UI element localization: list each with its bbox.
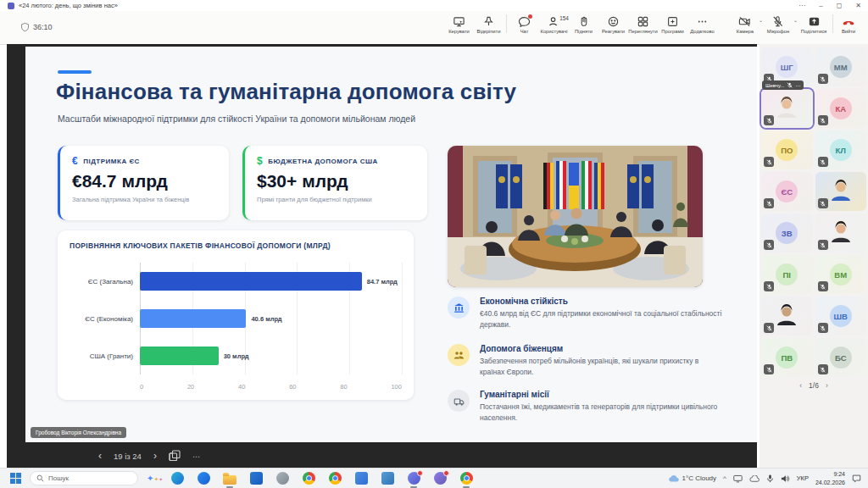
- participant-tile[interactable]: ММ: [815, 47, 867, 86]
- more-options-button[interactable]: Додатково: [687, 14, 717, 34]
- stat-card-value: $30+ млрд: [257, 171, 415, 191]
- slide-grid-button[interactable]: [169, 450, 181, 462]
- display-icon[interactable]: [733, 474, 743, 483]
- pager-next-button[interactable]: ›: [826, 381, 828, 390]
- weather-widget[interactable]: 1°C Cloudy: [668, 474, 716, 482]
- tray-mic-icon[interactable]: [766, 474, 774, 483]
- close-button[interactable]: ✕: [855, 0, 861, 11]
- maximize-button[interactable]: ◻: [837, 0, 843, 11]
- participant-name-overlay[interactable]: Шевчу...⋯: [762, 80, 804, 90]
- participant-initials: ШВ: [830, 305, 852, 327]
- share-button[interactable]: Поділитися: [798, 14, 830, 34]
- slide-page-indicator: 19 із 24: [114, 452, 142, 461]
- prev-slide-button[interactable]: ‹: [98, 450, 102, 462]
- participant-tile[interactable]: [761, 89, 813, 128]
- participant-avatar: [829, 219, 853, 247]
- leave-button[interactable]: Вийти: [836, 14, 861, 34]
- participant-avatar: [829, 178, 853, 205]
- taskbar-app-chrome-icon[interactable]: [301, 469, 316, 488]
- muted-mic-icon: [764, 157, 774, 167]
- euro-icon: €: [72, 155, 78, 167]
- participant-tile[interactable]: ШВ: [815, 297, 867, 336]
- titlebar-more-button[interactable]: ⋯: [798, 0, 805, 11]
- unpin-button[interactable]: Відкріпити: [474, 14, 504, 34]
- raise-hand-button[interactable]: Підняти: [569, 14, 598, 34]
- muted-mic-icon: [818, 364, 828, 374]
- chart-bar-value: 40.6 млрд: [251, 315, 281, 323]
- onedrive-icon[interactable]: [749, 475, 760, 482]
- participants-button[interactable]: 154 Користувачі: [539, 14, 569, 34]
- bank-icon: [448, 297, 470, 319]
- participant-tile[interactable]: ПІ: [761, 255, 813, 294]
- bullet-text: Забезпечення потреб мільйонів українців,…: [480, 356, 724, 378]
- participant-avatar: [775, 302, 798, 330]
- apps-button[interactable]: Програми: [658, 14, 687, 34]
- system-tray: 1°C Cloudy ^ УКР 9:24 24.02.2026: [668, 470, 861, 485]
- taskbar-app-messenger-icon[interactable]: [196, 469, 211, 488]
- taskbar-search[interactable]: Пошук: [30, 471, 138, 485]
- notification-badge: [417, 470, 423, 476]
- taskbar-app-edge-icon[interactable]: [170, 469, 185, 488]
- camera-off-icon: [738, 15, 751, 28]
- taskbar-app-obs-icon[interactable]: [275, 469, 290, 488]
- participant-tile[interactable]: КЛ: [815, 130, 867, 169]
- presentation-slide: Фінансова та гуманітарна допомога світу …: [25, 47, 757, 442]
- react-icon: [607, 15, 620, 28]
- taskbar-app-chrome-meeting-icon[interactable]: [459, 469, 474, 488]
- taskbar-app-calculator-icon[interactable]: [353, 469, 369, 488]
- mic-button[interactable]: Мікрофон: [763, 14, 793, 34]
- running-app-indicator: [410, 486, 417, 488]
- participant-tile[interactable]: КА: [815, 89, 867, 128]
- toolbar-separator: [832, 14, 833, 33]
- participant-tile[interactable]: ПО: [761, 130, 813, 169]
- taskbar-app-file-explorer-icon[interactable]: [222, 469, 237, 488]
- bullet-item: Економічна стійкість €40.6 млрд від ЄС д…: [448, 297, 727, 330]
- muted-mic-icon: [818, 74, 828, 84]
- next-slide-button[interactable]: ›: [153, 450, 157, 462]
- taskbar-app-teams-icon[interactable]: [406, 469, 421, 488]
- participant-tile[interactable]: ВМ: [815, 255, 867, 294]
- language-indicator[interactable]: УКР: [797, 474, 809, 482]
- dollar-icon: $: [257, 155, 263, 167]
- apps-plus-icon: [666, 15, 679, 28]
- tray-chevron-up[interactable]: ^: [723, 474, 726, 482]
- more-dots-icon: [696, 15, 709, 28]
- notification-center-icon[interactable]: [852, 474, 861, 483]
- taskbar-clock[interactable]: 9:24 24.02.2026: [815, 470, 845, 485]
- view-button[interactable]: Переглянути: [628, 14, 658, 34]
- manage-button[interactable]: Керувати: [444, 14, 474, 34]
- participant-tile[interactable]: [761, 297, 813, 336]
- camera-button[interactable]: Камера: [732, 14, 759, 34]
- participant-initials: ЗВ: [776, 222, 798, 244]
- participant-initials: ВМ: [830, 263, 852, 286]
- running-app-indicator: [226, 486, 233, 488]
- participant-tile[interactable]: ЗВ: [761, 214, 813, 252]
- slide-more-button[interactable]: ⋯: [192, 452, 201, 461]
- muted-mic-icon: [764, 364, 774, 374]
- title-accent-line: [58, 70, 92, 74]
- chart-bar: [140, 347, 219, 365]
- pager-prev-button[interactable]: ‹: [799, 381, 802, 390]
- participant-initials: ПВ: [776, 347, 798, 369]
- react-button[interactable]: Реагувати: [598, 14, 628, 34]
- participant-tile[interactable]: БС: [815, 338, 867, 377]
- taskbar-app-viber-icon[interactable]: [432, 469, 448, 488]
- overlay-more-icon: ⋯: [795, 82, 800, 88]
- chart-title: ПОРІВНЯННЯ КЛЮЧОВИХ ПАКЕТІВ ФІНАНСОВОЇ Д…: [70, 241, 331, 250]
- start-button[interactable]: [10, 473, 21, 484]
- minimize-button[interactable]: –: [819, 0, 822, 11]
- volume-icon[interactable]: [781, 474, 790, 483]
- stat-card-label: БЮДЖЕТНА ДОПОМОГА США: [268, 158, 378, 165]
- participant-tile[interactable]: ПВ: [761, 338, 813, 377]
- participant-tile[interactable]: ЄС: [761, 172, 813, 211]
- chat-button[interactable]: Чат: [509, 14, 539, 34]
- participant-tile[interactable]: [815, 214, 867, 252]
- participants-icon: [548, 15, 560, 28]
- copilot-icon[interactable]: ✦✦✦: [147, 474, 163, 483]
- participant-tile[interactable]: ШГШевчу...⋯: [761, 47, 813, 86]
- taskbar-app-chrome-profile-2-icon[interactable]: [327, 469, 342, 488]
- chart-bar: [140, 309, 246, 328]
- taskbar-app-calendar-icon[interactable]: [380, 469, 395, 488]
- participant-tile[interactable]: [815, 172, 867, 211]
- taskbar-app-word-icon[interactable]: [248, 469, 264, 488]
